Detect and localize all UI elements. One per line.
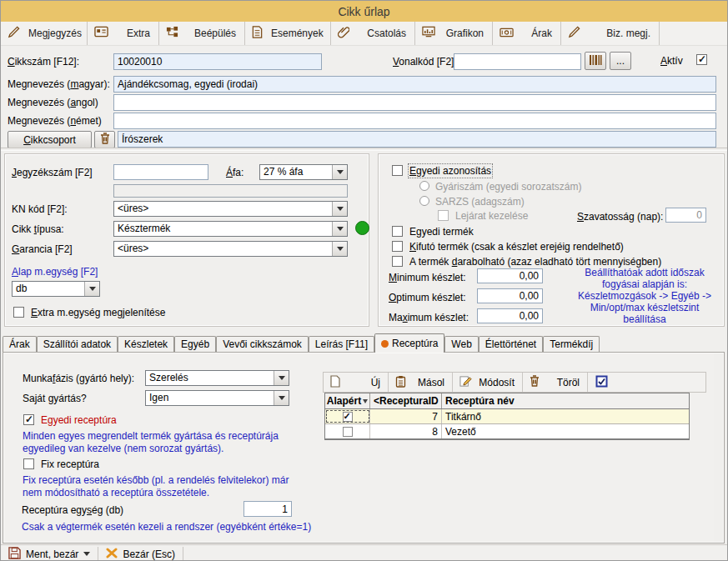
toolbar-button-biz-megj[interactable]: Biz. megj.: [561, 22, 660, 45]
cikkcsoport-input[interactable]: [118, 131, 716, 148]
sajat-gyartas-combobox[interactable]: Igen: [145, 390, 289, 406]
default-cell[interactable]: [325, 409, 370, 423]
extra-megyseg-checkbox[interactable]: [13, 307, 24, 318]
aktiv-checkbox[interactable]: [696, 54, 707, 65]
tab-web[interactable]: Web: [444, 336, 478, 352]
tab-elettortenet[interactable]: Élettörténet: [479, 336, 543, 352]
minimum-keszlet-input[interactable]: [477, 268, 543, 283]
fix-receptura-checkbox[interactable]: [23, 458, 34, 469]
vonalkod-more-button[interactable]: ...: [610, 52, 631, 70]
darabolhato-checkbox[interactable]: [392, 256, 403, 267]
vonalkod-label: Vonalkód [F2]: [393, 56, 454, 68]
grid-header-receptura-nev[interactable]: Receptúra név: [442, 393, 689, 408]
sort-icon: [363, 399, 368, 403]
lejarat-checkbox[interactable]: [438, 210, 449, 221]
egyedi-termek-label: Egyedi termék: [409, 226, 474, 238]
chevron-down-icon[interactable]: [332, 165, 347, 179]
egyedi-receptura-checkbox[interactable]: [23, 414, 34, 425]
toolbar-button-csatolas[interactable]: Csatolás: [331, 22, 415, 45]
new-doc-icon: [330, 375, 340, 390]
barcode-icon: [589, 54, 602, 68]
tab-szallitoi-adatok[interactable]: Szállítói adatok: [37, 336, 118, 352]
save-close-button[interactable]: Ment, bezár: [1, 545, 98, 561]
afa-combobox[interactable]: 27 % áfa: [259, 164, 348, 180]
alap-megyseg-link[interactable]: Alap m.egység [F2]: [12, 266, 98, 278]
alap-megyseg-combobox[interactable]: db: [12, 281, 100, 297]
egyedi-termek-checkbox[interactable]: [392, 226, 403, 237]
card-icon: [94, 26, 108, 41]
tab-egyeb[interactable]: Egyéb: [174, 336, 216, 352]
chevron-down-icon[interactable]: [84, 282, 99, 296]
megnevezes-angol-input[interactable]: [113, 94, 716, 111]
cikkcsoport-trash-button[interactable]: [94, 131, 115, 148]
tab-keszletek[interactable]: Készletek: [118, 336, 174, 352]
toolbar-button-beepules[interactable]: Beépülés: [159, 22, 245, 45]
banknote-icon: [500, 26, 514, 41]
szavatossag-label: Szavatosság (nap):: [577, 211, 663, 223]
munkafazis-combobox[interactable]: Szerelés: [145, 370, 289, 386]
chart-icon: [422, 26, 435, 41]
chevron-down-icon[interactable]: [332, 222, 347, 236]
toolbar-button-arak[interactable]: Árak: [493, 22, 561, 45]
default-checkbox[interactable]: [343, 412, 353, 422]
chevron-down-icon[interactable]: [332, 242, 347, 256]
grid-copy-button[interactable]: Másol: [389, 373, 453, 392]
chevron-down-icon[interactable]: [332, 202, 347, 216]
kn-kod-combobox[interactable]: <üres>: [113, 201, 348, 217]
grid-header-alapert[interactable]: Alapért: [325, 393, 370, 408]
table-row[interactable]: 8 Vezető: [325, 424, 689, 439]
close-button[interactable]: Bezár (Esc): [98, 545, 183, 561]
megnevezes-magyar-input[interactable]: [113, 76, 716, 93]
maximum-keszlet-input[interactable]: [477, 308, 543, 323]
table-row[interactable]: 7 Titkárnő: [325, 409, 689, 424]
vonalkod-input[interactable]: [454, 53, 581, 70]
default-checkbox[interactable]: [343, 427, 353, 437]
copy-icon: [395, 375, 406, 390]
grid-edit-button[interactable]: Módosít: [453, 373, 523, 392]
cikkszam-input[interactable]: [113, 53, 322, 70]
kifuto-termek-checkbox[interactable]: [392, 241, 403, 252]
tab-leiras[interactable]: Leírás [F11]: [309, 336, 374, 352]
floppy-icon: [8, 547, 21, 561]
optimum-keszlet-label: Optimum készlet:: [389, 292, 466, 303]
szavatossag-input[interactable]: [665, 208, 706, 223]
tab-termekdij[interactable]: Termékdíj: [543, 336, 600, 352]
close-x-icon: [106, 548, 118, 561]
toolbar-button-grafikon[interactable]: Grafikon: [415, 22, 493, 45]
garancia-label: Garancia [F2]: [12, 243, 73, 255]
grid-delete-button[interactable]: Töröl: [523, 373, 588, 392]
chevron-down-icon[interactable]: [274, 371, 289, 385]
receptura-egyseg-input[interactable]: [244, 501, 292, 517]
toolbar-button-megjegyzes[interactable]: Megjegyzés: [1, 22, 88, 45]
tab-arak[interactable]: Árak: [3, 336, 37, 352]
egyedi-azonositas-checkbox[interactable]: [392, 165, 403, 176]
cikkcsoport-button[interactable]: Cikkcsoport: [8, 131, 92, 148]
optimum-keszlet-input[interactable]: [477, 288, 543, 303]
tab-vevoi-cikkszamok[interactable]: Vevői cikkszámok: [216, 336, 309, 352]
paperclip-icon: [338, 26, 349, 42]
default-cell[interactable]: [325, 424, 370, 438]
garancia-combobox[interactable]: <üres>: [113, 241, 348, 257]
sarzs-radio[interactable]: [419, 196, 429, 206]
lejarat-label: Lejárat kezelése: [455, 210, 528, 222]
jegyzekszam-input[interactable]: [113, 164, 208, 180]
grid-filter-toggle[interactable]: [588, 373, 616, 392]
gyariszam-radio[interactable]: [419, 181, 429, 191]
grid-header-recepturaid[interactable]: <RecepturaID: [370, 393, 442, 408]
toolbar-button-extra[interactable]: Extra: [88, 22, 159, 45]
main-toolbar: Megjegyzés Extra Beépülés Események Csat…: [1, 22, 727, 46]
title-bar: Cikk űrlap: [1, 1, 727, 23]
grid-new-button[interactable]: Új: [324, 373, 389, 392]
cikk-tipusa-combobox[interactable]: Késztermék: [113, 221, 348, 237]
receptura-nev-cell: Vezető: [442, 424, 689, 438]
barcode-button[interactable]: [585, 52, 606, 70]
chevron-down-icon[interactable]: [274, 391, 289, 405]
edit-icon: [459, 375, 472, 390]
toolbar-button-esemenyek[interactable]: Események: [245, 22, 331, 45]
tab-receptura[interactable]: Receptúra: [374, 333, 444, 353]
header-form: Cikkszám [F12]: Vonalkód [F2] ... Aktív …: [1, 45, 728, 148]
megnevezes-nemet-input[interactable]: [113, 113, 716, 129]
recepturaid-cell: 8: [370, 424, 442, 438]
sajat-gyartas-label: Saját gyártás?: [23, 393, 87, 404]
megnevezes-nemet-label: Megnevezés (német): [8, 115, 102, 127]
